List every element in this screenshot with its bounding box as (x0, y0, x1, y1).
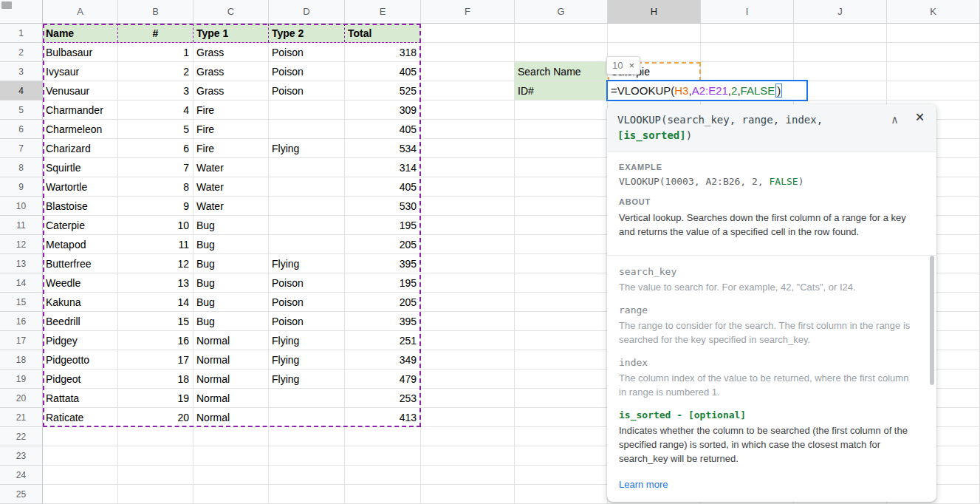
cell-B2[interactable]: 1 (118, 43, 193, 62)
formula-cell-editor[interactable]: =VLOOKUP(H3, A2:E21, 2, FALSE) (606, 80, 808, 101)
cell-A18[interactable]: Pidgeotto (43, 350, 118, 370)
cell-B10[interactable]: 9 (118, 197, 193, 216)
cell-B7[interactable]: 6 (118, 139, 193, 158)
cell-D24[interactable] (269, 466, 345, 485)
cell-D4[interactable]: Poison (269, 81, 345, 101)
cell-D17[interactable]: Flying (269, 331, 345, 350)
cell-F22[interactable] (421, 427, 515, 446)
cell-G20[interactable] (515, 389, 608, 408)
row-header-12[interactable]: 12 (0, 235, 43, 254)
cell-B23[interactable] (118, 446, 193, 466)
cell-G21[interactable] (515, 408, 608, 427)
cell-G11[interactable] (515, 216, 608, 235)
cell-E23[interactable] (345, 446, 421, 466)
row-header-15[interactable]: 15 (0, 293, 43, 312)
cell-A25[interactable] (43, 485, 118, 504)
cell-A6[interactable]: Charmeleon (43, 120, 118, 139)
cell-C2[interactable]: Grass (193, 43, 269, 62)
cell-C4[interactable]: Grass (193, 81, 269, 101)
cell-B19[interactable]: 18 (118, 370, 193, 389)
cell-I3[interactable] (701, 62, 794, 81)
cell-E7[interactable]: 534 (345, 139, 421, 158)
cell-E21[interactable]: 413 (345, 408, 421, 427)
cell-D19[interactable]: Flying (269, 370, 345, 389)
cell-F10[interactable] (421, 197, 515, 216)
row-header-13[interactable]: 13 (0, 254, 43, 273)
cell-D3[interactable]: Poison (269, 62, 345, 81)
cell-J3[interactable] (794, 62, 887, 81)
cell-D15[interactable]: Poison (269, 293, 345, 312)
cell-D21[interactable] (269, 408, 345, 427)
cell-E24[interactable] (345, 466, 421, 485)
cell-G24[interactable] (515, 466, 608, 485)
cell-G23[interactable] (515, 446, 608, 466)
cell-G13[interactable] (515, 254, 608, 273)
cell-B15[interactable]: 14 (118, 293, 193, 312)
row-header-8[interactable]: 8 (0, 158, 43, 177)
column-header-I[interactable]: I (701, 0, 794, 24)
cell-E16[interactable]: 395 (345, 312, 421, 331)
cell-H1[interactable] (608, 24, 701, 43)
cell-D6[interactable] (269, 120, 345, 139)
cell-A1[interactable]: Name (43, 24, 118, 43)
cell-D11[interactable] (269, 216, 345, 235)
cell-A2[interactable]: Bulbasaur (43, 43, 118, 62)
cell-A17[interactable]: Pidgey (43, 331, 118, 350)
row-header-21[interactable]: 21 (0, 408, 43, 427)
cell-A19[interactable]: Pidgeot (43, 370, 118, 389)
cell-E6[interactable]: 405 (345, 120, 421, 139)
cell-A10[interactable]: Blastoise (43, 197, 118, 216)
cell-F11[interactable] (421, 216, 515, 235)
cell-A4[interactable]: Venusaur (43, 81, 118, 101)
row-header-19[interactable]: 19 (0, 370, 43, 389)
cell-E14[interactable]: 195 (345, 273, 421, 293)
cell-F20[interactable] (421, 389, 515, 408)
cell-F12[interactable] (421, 235, 515, 254)
cell-E4[interactable]: 525 (345, 81, 421, 101)
row-header-2[interactable]: 2 (0, 43, 43, 62)
cell-C8[interactable]: Water (193, 158, 269, 177)
cell-C20[interactable]: Normal (193, 389, 269, 408)
cell-D16[interactable]: Poison (269, 312, 345, 331)
cell-B25[interactable] (118, 485, 193, 504)
cell-A8[interactable]: Squirtle (43, 158, 118, 177)
row-header-14[interactable]: 14 (0, 273, 43, 293)
cell-F15[interactable] (421, 293, 515, 312)
cell-E15[interactable]: 205 (345, 293, 421, 312)
cell-C21[interactable]: Normal (193, 408, 269, 427)
cell-C19[interactable]: Normal (193, 370, 269, 389)
cell-E1[interactable]: Total (345, 24, 421, 43)
column-header-J[interactable]: J (794, 0, 887, 24)
cell-E10[interactable]: 530 (345, 197, 421, 216)
cell-A21[interactable]: Raticate (43, 408, 118, 427)
cell-C6[interactable]: Fire (193, 120, 269, 139)
cell-I2[interactable] (701, 43, 794, 62)
collapse-chevron-icon[interactable]: ∧ (891, 113, 898, 126)
cell-C3[interactable]: Grass (193, 62, 269, 81)
cell-G17[interactable] (515, 331, 608, 350)
cell-F5[interactable] (421, 101, 515, 120)
cell-J2[interactable] (794, 43, 887, 62)
cell-E3[interactable]: 405 (345, 62, 421, 81)
cell-G22[interactable] (515, 427, 608, 446)
cell-F21[interactable] (421, 408, 515, 427)
row-header-1[interactable]: 1 (0, 24, 43, 43)
cell-E12[interactable]: 205 (345, 235, 421, 254)
cell-C1[interactable]: Type 1 (193, 24, 269, 43)
cell-C10[interactable]: Water (193, 197, 269, 216)
cell-F9[interactable] (421, 177, 515, 197)
cell-E25[interactable] (345, 485, 421, 504)
cell-F16[interactable] (421, 312, 515, 331)
cell-C15[interactable]: Bug (193, 293, 269, 312)
cell-B12[interactable]: 11 (118, 235, 193, 254)
cell-C18[interactable]: Normal (193, 350, 269, 370)
column-header-K[interactable]: K (887, 0, 980, 24)
cell-B21[interactable]: 20 (118, 408, 193, 427)
cell-G15[interactable] (515, 293, 608, 312)
close-icon[interactable]: × (915, 110, 925, 123)
cell-F14[interactable] (421, 273, 515, 293)
cell-E20[interactable]: 253 (345, 389, 421, 408)
cell-E8[interactable]: 314 (345, 158, 421, 177)
column-header-B[interactable]: B (118, 0, 193, 24)
cell-G1[interactable] (515, 24, 608, 43)
